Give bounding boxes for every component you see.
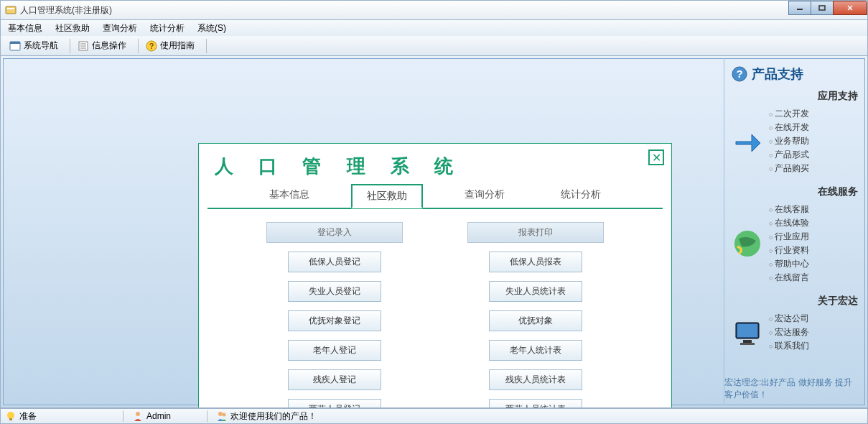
svg-rect-1 — [7, 8, 14, 9]
link-biz-help[interactable]: 业务帮助 — [769, 134, 809, 148]
toolbar-info[interactable]: 信息操作 — [73, 38, 131, 53]
sidebar-slogan: 宏达理念:出好产品 做好服务 提升客户价值！ — [724, 377, 857, 401]
nav-header: 人 口 管 理 系 统 ✕ — [199, 144, 671, 183]
menu-query[interactable]: 查询分析 — [103, 22, 137, 34]
app-icon — [5, 4, 17, 16]
sidebar-section-online: 在线服务 在线客服 在线体验 行业应用 行业资料 帮助中心 在线留言 — [732, 185, 858, 285]
link-trial[interactable]: 在线体验 — [769, 216, 809, 230]
bulb-icon — [5, 410, 17, 422]
svg-rect-3 — [819, 6, 825, 10]
sidebar-section-about: 关于宏达 宏达公司 宏达服务 联系我们 — [732, 295, 858, 353]
link-service[interactable]: 宏达服务 — [769, 326, 809, 339]
nav-tabs: 基本信息 社区救助 查询分析 统计分析 — [207, 183, 663, 209]
nav-tab-stats[interactable]: 统计分析 — [546, 184, 615, 208]
link-contact[interactable]: 联系我们 — [769, 339, 809, 353]
separator — [138, 39, 139, 53]
sidebar-head-online: 在线服务 — [732, 185, 858, 198]
separator — [207, 410, 207, 422]
toolbar-nav[interactable]: 系统导航 — [5, 38, 62, 53]
minimize-button[interactable] — [788, 1, 811, 15]
nav-group-register: 登记录入 低保人员登记 失业人员登记 优抚对象登记 老年人登记 残疾人登记 两劳… — [266, 222, 403, 408]
window-title: 人口管理系统(非注册版) — [20, 4, 112, 17]
svg-rect-20 — [737, 324, 757, 337]
help-circle-icon: ? — [732, 66, 747, 82]
link-message[interactable]: 在线留言 — [769, 271, 809, 285]
separator — [70, 39, 70, 53]
link-dev2[interactable]: 二次开发 — [769, 107, 809, 121]
sidebar-links-online: 在线客服 在线体验 行业应用 行业资料 帮助中心 在线留言 — [769, 203, 809, 285]
user-icon — [132, 410, 144, 422]
people-icon — [216, 410, 228, 422]
nav-close-button[interactable]: ✕ — [648, 149, 664, 165]
group-head-report: 报表打印 — [467, 222, 604, 243]
toolbar-guide[interactable]: ? 使用指南 — [141, 38, 199, 53]
nav-panel: 人 口 管 理 系 统 ✕ 基本信息 社区救助 查询分析 统计分析 登记录入 低… — [198, 143, 672, 408]
btn-laonian-rpt[interactable]: 老年人统计表 — [489, 340, 582, 361]
window-controls — [789, 1, 867, 15]
btn-shiye-reg[interactable]: 失业人员登记 — [288, 281, 381, 302]
link-product-buy[interactable]: 产品购买 — [769, 162, 809, 175]
sidebar-head-about: 关于宏达 — [732, 295, 858, 308]
group-head-register: 登记录入 — [266, 222, 403, 243]
link-cs[interactable]: 在线客服 — [769, 203, 809, 216]
btn-dibao-reg[interactable]: 低保人员登记 — [288, 252, 381, 272]
nav-tab-basic[interactable]: 基本信息 — [255, 184, 324, 208]
sidebar-links-about: 宏达公司 宏达服务 联系我们 — [769, 312, 809, 353]
btn-youfu-reg[interactable]: 优抚对象登记 — [288, 310, 381, 331]
link-online-dev[interactable]: 在线开发 — [769, 121, 809, 134]
statusbar: 准备 Admin 欢迎使用我们的产品！ — [0, 408, 868, 424]
sidebar: ? 产品支持 应用支持 二次开发 在线开发 业务帮助 产品形式 产品购买 在线服… — [724, 58, 865, 405]
link-company[interactable]: 宏达公司 — [769, 312, 809, 326]
nav-footer-hint: 使用F8键可以显示/隐藏当前导航窗口 — [503, 406, 658, 408]
list-icon — [78, 40, 89, 52]
link-industry-app[interactable]: 行业应用 — [769, 230, 809, 244]
svg-text:?: ? — [736, 68, 742, 80]
link-product-form[interactable]: 产品形式 — [769, 148, 809, 162]
window-icon — [9, 40, 21, 52]
btn-laonian-reg[interactable]: 老年人登记 — [288, 340, 381, 361]
svg-rect-24 — [9, 418, 12, 420]
link-industry-doc[interactable]: 行业资料 — [769, 244, 809, 257]
sidebar-title: ? 产品支持 — [732, 65, 858, 83]
svg-text:?: ? — [149, 42, 154, 50]
sidebar-section-app: 应用支持 二次开发 在线开发 业务帮助 产品形式 产品购买 — [732, 90, 858, 175]
svg-rect-21 — [743, 340, 752, 343]
status-ready: 准备 — [5, 410, 37, 423]
bulb-icon — [503, 407, 514, 409]
svg-point-23 — [7, 412, 14, 419]
separator — [206, 39, 207, 53]
nav-content: 登记录入 低保人员登记 失业人员登记 优抚对象登记 老年人登记 残疾人登记 两劳… — [199, 209, 671, 408]
globe-icon — [732, 228, 763, 259]
arrow-icon — [732, 126, 763, 157]
toolbar: 系统导航 信息操作 ? 使用指南 — [0, 36, 868, 56]
menu-stats[interactable]: 统计分析 — [150, 22, 185, 34]
nav-pinyin: REN KOU GUAN LI XI TONG — [212, 407, 363, 408]
svg-point-27 — [223, 413, 226, 417]
status-welcome: 欢迎使用我们的产品！ — [216, 410, 317, 423]
sidebar-links-app: 二次开发 在线开发 业务帮助 产品形式 产品购买 — [769, 107, 809, 175]
svg-point-25 — [136, 412, 140, 416]
close-button[interactable] — [833, 1, 867, 15]
titlebar: 人口管理系统(非注册版) — [0, 0, 868, 20]
menubar: 基本信息 社区救助 查询分析 统计分析 系统(S) — [0, 20, 868, 36]
btn-canji-reg[interactable]: 残疾人登记 — [288, 369, 381, 390]
nav-group-report: 报表打印 低保人员报表 失业人员统计表 优抚对象 老年人统计表 残疾人员统计表 … — [467, 222, 604, 408]
btn-dibao-rpt[interactable]: 低保人员报表 — [489, 252, 582, 272]
btn-canji-rpt[interactable]: 残疾人员统计表 — [489, 369, 582, 390]
svg-rect-0 — [6, 6, 16, 14]
sidebar-head-app: 应用支持 — [732, 90, 858, 103]
nav-tab-query[interactable]: 查询分析 — [450, 184, 519, 208]
main-area: 人 口 管 理 系 统 ✕ 基本信息 社区救助 查询分析 统计分析 登记录入 低… — [0, 56, 868, 408]
menu-system[interactable]: 系统(S) — [197, 22, 226, 34]
separator — [123, 410, 123, 422]
maximize-button[interactable] — [811, 1, 834, 15]
menu-basic[interactable]: 基本信息 — [8, 22, 42, 34]
help-icon: ? — [146, 40, 157, 52]
btn-shiye-rpt[interactable]: 失业人员统计表 — [489, 281, 582, 302]
link-help-center[interactable]: 帮助中心 — [769, 257, 809, 271]
nav-tab-community[interactable]: 社区救助 — [351, 184, 423, 208]
btn-youfu-rpt[interactable]: 优抚对象 — [489, 310, 582, 331]
nav-title: 人 口 管 理 系 统 — [215, 154, 655, 179]
svg-rect-7 — [10, 42, 20, 44]
menu-community[interactable]: 社区救助 — [55, 22, 90, 34]
